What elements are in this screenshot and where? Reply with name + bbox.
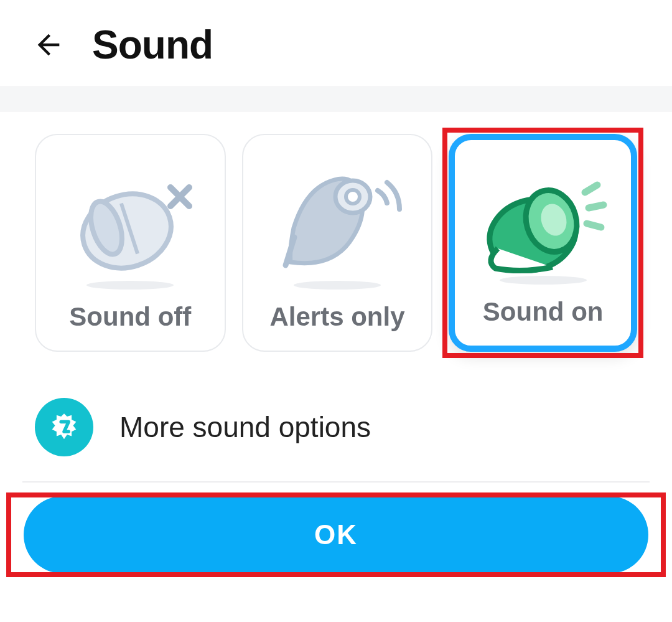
speaker-on-icon [455,167,631,286]
header-bar: Sound [0,0,672,87]
footer-divider [22,481,650,483]
svg-line-9 [589,205,604,208]
more-sound-options-label: More sound options [119,410,371,444]
settings-waze-icon [35,398,93,456]
section-divider [0,87,672,111]
icon-shadow [500,276,587,285]
svg-line-8 [585,185,597,192]
ok-button[interactable]: OK [24,496,648,573]
sound-options-row: Sound off Alerts only [0,111,672,370]
svg-line-10 [587,224,601,227]
more-sound-options-row[interactable]: More sound options [0,370,672,481]
option-label: Sound off [69,302,191,332]
option-alerts-only[interactable]: Alerts only [242,134,433,352]
option-label: Sound on [483,297,604,327]
ok-button-wrap: OK [6,496,666,573]
svg-point-0 [73,183,181,275]
option-sound-on[interactable]: Sound on [449,134,637,352]
bell-icon [243,163,432,281]
page-title: Sound [92,22,213,68]
icon-shadow [86,281,174,290]
arrow-left-icon [32,29,65,61]
option-sound-off[interactable]: Sound off [35,134,226,352]
back-button[interactable] [30,26,67,64]
svg-point-3 [346,190,360,204]
option-label: Alerts only [269,302,404,332]
speaker-off-icon [36,163,225,281]
icon-shadow [294,281,381,290]
ok-button-label: OK [314,519,358,550]
